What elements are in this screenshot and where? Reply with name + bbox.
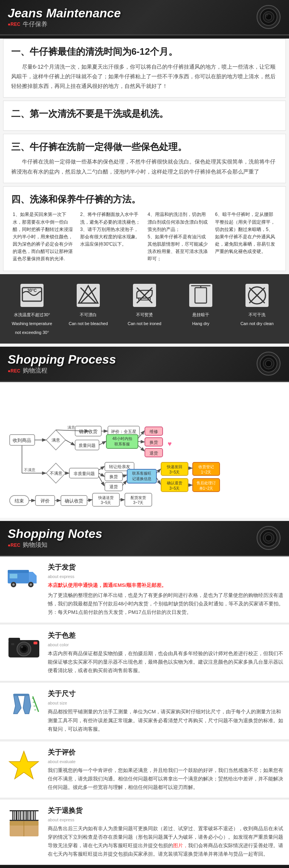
svg-rect-150 <box>29 811 29 820</box>
note-color-text: 本店内所有商品保证都是实物拍摄，在拍摄后期，也会由具有多年经验的设计师对色差进行… <box>48 649 284 675</box>
svg-text:满意: 满意 <box>67 425 75 430</box>
return-highlight: 图片， <box>173 843 188 848</box>
notes-rec: ●REC <box>8 543 20 548</box>
svg-rect-146 <box>22 811 22 820</box>
note-color-icon-area <box>5 631 43 659</box>
main-title: Jeans Maintenance <box>8 6 121 20</box>
section-first-wash: 二、第一次清洗不要是干洗或是机洗。 <box>3 101 286 131</box>
care-item-bleach: 不可漂白 Can not be bleached <box>60 282 116 327</box>
svg-rect-147 <box>23 811 24 820</box>
svg-text:3~5天: 3~5天 <box>101 501 111 505</box>
iron-symbol-icon <box>131 282 158 309</box>
svg-text:单1~2天: 单1~2天 <box>199 486 213 490</box>
wash-col-3: 4、用温和的洗洁剂，切勿用漂白剂或任何添加含漂白剂或萤光剂的产品； 5、如果牛仔… <box>146 209 210 264</box>
section-wash-time: 一、牛仔裤最佳的清洗时间为6-12个月。 尽量6-12个月清洗一次，如果夏天出汗… <box>3 39 286 98</box>
svg-point-114 <box>265 535 272 541</box>
size-icon <box>8 691 40 718</box>
svg-text:收货登记: 收货登记 <box>198 465 214 469</box>
care-item-hang: 悬挂晾干 Hang dry <box>173 282 229 327</box>
hang-symbol-icon <box>187 282 214 309</box>
note-color-title: 关于色差 <box>48 631 284 640</box>
svg-line-98 <box>99 467 104 470</box>
svg-rect-156 <box>10 820 39 821</box>
note-evaluate-en: about evaluate <box>48 759 284 764</box>
header-subtitle: 牛仔保养 <box>23 20 47 29</box>
svg-text:3~5天: 3~5天 <box>170 470 180 474</box>
svg-rect-141 <box>12 811 13 820</box>
care-wash-label1: 水洗温度不超过30° <box>14 312 50 318</box>
note-evaluate-text: 我们重视您的每一个中肯评价，您如果还满意，并且给我们一个鼓励的好评，我们当然感激… <box>48 766 284 792</box>
note-express-content: 关于发货 about express 本店默认使用申通快递，圆通/EMS/顺丰需… <box>48 563 284 617</box>
header-title: Jeans Maintenance ●REC 牛仔保养 <box>8 6 121 29</box>
note-item-return: 关于退换货 about express 商品售出后三天内如有非人为质量问题可更换… <box>0 800 289 865</box>
svg-rect-124 <box>8 638 20 642</box>
svg-text:3~7天: 3~7天 <box>133 501 144 505</box>
care-hang-label1: 悬挂晾干 <box>192 312 209 318</box>
svg-text:收到商品: 收到商品 <box>13 438 31 443</box>
note-item-color: 关于色差 about color 本店内所有商品保证都是实物拍摄，在拍摄后期，也… <box>0 625 289 681</box>
note-size-en: about size <box>48 701 284 705</box>
care-bleach-label1: 不可漂白 <box>80 312 97 318</box>
care-iron-label1: 不可熨烫 <box>136 312 153 318</box>
svg-line-104 <box>156 478 160 484</box>
main-content: 一、牛仔裤最佳的清洗时间为6-12个月。 尽量6-12个月清洗一次，如果夏天出汗… <box>0 39 289 865</box>
svg-text:快递送货: 快递送货 <box>98 496 114 500</box>
svg-point-119 <box>12 583 15 586</box>
svg-point-121 <box>30 583 32 586</box>
section4-heading: 四、洗涤和保养牛仔裤的方法。 <box>11 193 278 206</box>
note-color-content: 关于色差 about color 本店内所有商品保证都是实物拍摄，在拍摄后期，也… <box>48 631 284 675</box>
notes-camera-icon <box>256 526 281 551</box>
svg-point-3 <box>265 14 272 20</box>
note-evaluate-content: 关于评价 about evaluate 我们重视您的每一个中肯评价，您如果还满意… <box>48 748 284 792</box>
note-item-express: 关于发货 about express 本店默认使用申通快递，圆通/EMS/顺丰需… <box>0 556 289 623</box>
svg-text:联系客服: 联系客服 <box>114 442 130 446</box>
svg-line-109 <box>87 500 92 501</box>
svg-rect-152 <box>32 811 32 820</box>
svg-line-90 <box>99 442 106 445</box>
svg-rect-148 <box>25 811 25 820</box>
svg-text:非质量问题: 非质量问题 <box>74 471 95 476</box>
note-return-title: 关于退换货 <box>48 806 284 815</box>
note-color-en: about color <box>48 642 284 647</box>
svg-rect-154 <box>35 811 36 820</box>
svg-point-127 <box>21 646 27 652</box>
svg-rect-130 <box>11 643 14 645</box>
note-evaluate-icon-area <box>5 748 43 780</box>
return-box-icon <box>8 807 40 838</box>
svg-text:评价: 评价 <box>40 498 50 504</box>
svg-text:30°C: 30°C <box>27 288 37 293</box>
note-return-en: about express <box>48 817 284 822</box>
notes-subtitle: 购物须知 <box>23 541 47 549</box>
note-size-text: 商品都按照平铺测量的方法手工测量，单位为CM，请买家购买时仔细对比尺寸，由于每个… <box>48 708 284 733</box>
bleach-symbol-icon <box>75 282 102 309</box>
svg-rect-117 <box>8 570 29 573</box>
svg-text:评价：全五星: 评价：全五星 <box>111 429 136 434</box>
svg-text:48小时内拍: 48小时内拍 <box>112 437 132 441</box>
care-wash-label3: not exceeding 30° <box>15 330 49 335</box>
svg-line-92 <box>138 442 144 442</box>
section2-heading: 二、第一次清洗不要是干洗或是机洗。 <box>11 107 278 120</box>
note-evaluate-title: 关于评价 <box>48 748 284 757</box>
care-bleach-label2: Can not be bleached <box>69 321 108 327</box>
svg-line-101 <box>123 475 126 476</box>
wash-col-1: 1、如果是买回来第一次下水，那需要在水中倒一些白醋，同时把裤子翻转过来浸湿大约半… <box>11 209 76 264</box>
section-color-protect: 三、牛仔裤在洗前一定得做一些保色处理。 牛仔裤在洗前一定得做一些基本的保色处理，… <box>3 134 286 183</box>
wash-col-4: 6、晾干牛仔裤时，定从腰部平整拉起（用夹子固定撑平，切勿拉紧）翻过来晾晒，5、如… <box>213 209 278 264</box>
svg-text:换货: 换货 <box>109 474 118 479</box>
svg-rect-151 <box>30 811 31 820</box>
section1-heading: 一、牛仔裤最佳的清洗时间为6-12个月。 <box>11 45 278 58</box>
svg-text:确认收货: 确认收货 <box>79 429 97 434</box>
process-subtitle: 购物流程 <box>23 367 47 375</box>
star-icon <box>8 749 40 780</box>
care-wash-label2: Washing temperature <box>12 321 52 327</box>
process-title: Shopping Process <box>8 352 116 367</box>
svg-text:质量问题: 质量问题 <box>79 443 96 448</box>
process-rec: ●REC <box>8 368 20 374</box>
svg-text:3~5天: 3~5天 <box>170 486 180 490</box>
wash-symbol-icon: 30°C <box>18 282 45 309</box>
section3-text: 牛仔裤在洗前一定得做一些基本的保色处理，不然牛仔裤很快就会洗白。保色处理其实很简… <box>11 157 278 176</box>
svg-point-27 <box>265 361 272 367</box>
flowchart-svg: 收到商品 满意 确认收货 评价：全五星 质量问题 48小时内拍 联系客服 维修 … <box>8 388 281 512</box>
svg-rect-155 <box>10 810 39 811</box>
camera-icon <box>256 5 281 30</box>
